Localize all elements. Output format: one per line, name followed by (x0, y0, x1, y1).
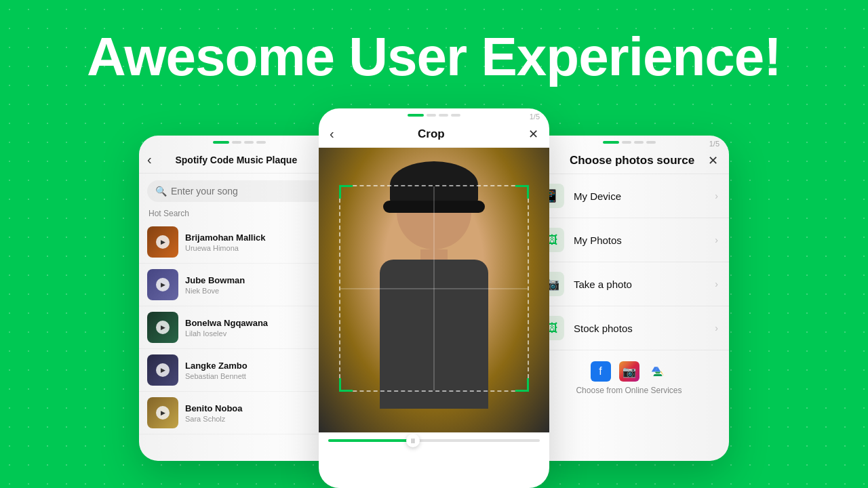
step-dot-3 (244, 141, 254, 144)
chevron-stock: › (715, 323, 718, 333)
search-input[interactable] (171, 186, 323, 197)
step-dot-3 (634, 141, 644, 144)
slider-track[interactable]: ⏸ (328, 439, 540, 442)
step-dot-4 (451, 114, 460, 117)
crop-corner-tr (515, 185, 529, 199)
thumbnail: ▶ (147, 226, 178, 258)
crop-corner-bl (339, 378, 353, 392)
song-info: Benito Noboa Sara Scholz (185, 403, 321, 423)
center-progress-bar: 1/5 (319, 108, 549, 118)
crop-corner-tl (339, 185, 353, 199)
main-headline: Awesome User Experience! (0, 27, 868, 87)
crop-corner-br (515, 378, 529, 392)
right-phone-title: Choose photos source (570, 154, 694, 167)
center-phone-header: ‹ Crop ✕ (319, 118, 549, 148)
song-title: Langke Zambo (185, 361, 321, 371)
song-title: Jube Bowman (185, 275, 321, 285)
step-dot-4 (646, 141, 656, 144)
right-phone: 1/5 Choose photos source ✕ 📱 My Device ›… (529, 136, 729, 461)
song-artist: Sara Scholz (185, 415, 321, 423)
search-icon: 🔍 (155, 186, 167, 197)
chevron-photos: › (715, 235, 718, 245)
song-artist: Sebastian Bennett (185, 372, 321, 380)
center-phone-title: Crop (418, 127, 445, 141)
left-phone-title: Spotify Code Music Plaque (175, 155, 297, 165)
song-title: Bonelwa Ngqawana (185, 318, 321, 328)
list-item[interactable]: ▶ Bonelwa Ngqawana Lilah Ioselev › (139, 306, 339, 349)
source-stock-photos[interactable]: 🖼 Stock photos › (529, 306, 729, 350)
song-artist: Uruewa Himona (185, 244, 321, 252)
online-services-section: f 📷 Choose from Online Services (529, 350, 729, 406)
step-dot-2 (622, 141, 631, 144)
source-my-device[interactable]: 📱 My Device › (529, 174, 729, 218)
left-phone-header: ‹ Spotify Code Music Plaque ✕ (139, 145, 339, 174)
left-back-button[interactable]: ‹ (147, 152, 152, 167)
step-dot-1 (603, 141, 619, 144)
right-phone-header: Choose photos source ✕ (529, 145, 729, 174)
song-info: Bonelwa Ngqawana Lilah Ioselev (185, 318, 321, 338)
left-phone: 1/5 ‹ Spotify Code Music Plaque ✕ 🔍 Hot … (139, 136, 339, 461)
list-item[interactable]: ▶ Brijamohan Mallick Uruewa Himona › (139, 221, 339, 264)
step-dot-3 (439, 114, 448, 117)
crop-overlay[interactable] (319, 148, 549, 432)
music-list: ▶ Brijamohan Mallick Uruewa Himona › ▶ J… (139, 221, 339, 434)
song-info: Jube Bowman Niek Bove (185, 275, 321, 295)
right-close-button[interactable]: ✕ (708, 153, 718, 168)
step-dot-2 (232, 141, 241, 144)
source-list: 📱 My Device › 🖼 My Photos › 📷 Take a pho… (529, 174, 729, 413)
song-artist: Niek Bove (185, 287, 321, 295)
thumbnail: ▶ (147, 397, 178, 428)
instagram-icon[interactable]: 📷 (619, 361, 639, 382)
online-services-label: Choose from Online Services (540, 386, 718, 395)
google-drive-icon[interactable] (648, 361, 668, 382)
list-item[interactable]: ▶ Jube Bowman Niek Bove › (139, 264, 339, 306)
crop-box[interactable] (339, 185, 529, 392)
list-item[interactable]: ▶ Benito Noboa Sara Scholz › (139, 392, 339, 434)
thumbnail: ▶ (147, 354, 178, 386)
chevron-camera: › (715, 279, 718, 289)
right-progress-bar: 1/5 (529, 136, 729, 145)
thumbnail: ▶ (147, 312, 178, 343)
step-dot-4 (256, 141, 266, 144)
center-step-badge: 1/5 (530, 113, 540, 121)
song-info: Brijamohan Mallick Uruewa Himona (185, 232, 321, 252)
step-dot-1 (408, 114, 424, 117)
right-step-badge: 1/5 (709, 140, 719, 148)
crop-slider-bar[interactable]: ⏸ (319, 432, 549, 449)
thumbnail: ▶ (147, 269, 178, 300)
crop-guide-vertical (434, 186, 435, 390)
left-progress-bar: 1/5 (139, 136, 339, 145)
song-info: Langke Zambo Sebastian Bennett (185, 361, 321, 380)
source-my-photos[interactable]: 🖼 My Photos › (529, 218, 729, 262)
crop-image-area (319, 148, 549, 432)
song-artist: Lilah Ioselev (185, 329, 321, 338)
source-take-photo[interactable]: 📷 Take a photo › (529, 262, 729, 306)
source-label-photos: My Photos (574, 235, 705, 246)
step-dot-1 (213, 141, 229, 144)
source-label-stock: Stock photos (574, 323, 705, 334)
facebook-icon[interactable]: f (591, 361, 611, 382)
slider-thumb-icon: ⏸ (410, 437, 416, 445)
song-title: Brijamohan Mallick (185, 232, 321, 243)
center-back-button[interactable]: ‹ (330, 126, 334, 142)
search-bar[interactable]: 🔍 (147, 180, 331, 202)
source-label-device: My Device (574, 190, 705, 202)
list-item[interactable]: ▶ Langke Zambo Sebastian Bennett › (139, 349, 339, 392)
center-phone: 1/5 ‹ Crop ✕ (319, 108, 549, 488)
hot-search-label: Hot Search (139, 206, 339, 221)
center-close-button[interactable]: ✕ (528, 127, 538, 142)
phones-container: 1/5 ‹ Spotify Code Music Plaque ✕ 🔍 Hot … (0, 108, 868, 488)
chevron-device: › (715, 190, 718, 201)
slider-fill (328, 439, 413, 442)
online-icons-row: f 📷 (540, 361, 718, 382)
source-label-camera: Take a photo (574, 279, 705, 290)
slider-thumb[interactable]: ⏸ (406, 434, 420, 447)
step-dot-2 (427, 114, 436, 117)
song-title: Benito Noboa (185, 403, 321, 413)
